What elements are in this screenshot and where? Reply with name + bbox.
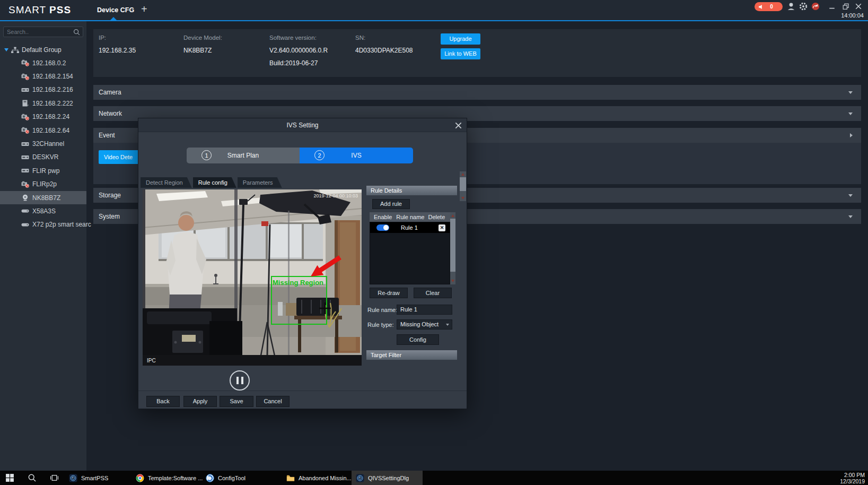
- device-tree-item[interactable]: 192.168.0.2: [0, 56, 86, 70]
- taskbar-item-configtool[interactable]: ConfigTool: [201, 471, 250, 485]
- taskbar-item-label: QIVSSettingDlg: [368, 475, 409, 481]
- add-tab-button[interactable]: +: [141, 3, 147, 15]
- search-box[interactable]: [3, 27, 83, 37]
- dialog-scrollbar[interactable]: [460, 171, 466, 201]
- clock-date: 12/3/2019: [840, 478, 865, 484]
- pause-bar: [236, 377, 239, 384]
- camera-offline-icon: [21, 127, 29, 134]
- logo-pss: PSS: [49, 4, 71, 15]
- save-button[interactable]: Save: [220, 396, 253, 407]
- upgrade-button[interactable]: Upgrade: [441, 33, 480, 45]
- dialog-title: IVS Setting: [138, 118, 467, 132]
- device-tree-item[interactable]: 32CHannel: [0, 137, 86, 150]
- device-tree-item[interactable]: 192.168.2.154: [0, 70, 86, 83]
- step-ivs[interactable]: 2 IVS: [300, 148, 413, 163]
- storage-device-icon: [21, 207, 29, 214]
- taskbar-item-label: Abandoned Missin...: [299, 475, 352, 481]
- rule-type-value: Missing Object: [400, 321, 439, 327]
- column-rule-name: Rule name: [392, 212, 424, 222]
- ip-label: IP:: [99, 34, 136, 41]
- search-icon[interactable]: [73, 29, 80, 36]
- device-label: 192.168.2.64: [32, 127, 69, 134]
- clear-button[interactable]: Clear: [414, 288, 452, 298]
- camera-offline-icon: [21, 59, 29, 66]
- settings-gear-icon[interactable]: [799, 2, 808, 11]
- restore-window-icon[interactable]: [843, 2, 849, 11]
- section-camera[interactable]: Camera: [93, 85, 861, 100]
- expand-arrow-icon[interactable]: [4, 48, 8, 51]
- build-value: Build:2019-06-27: [269, 59, 328, 67]
- add-rule-button[interactable]: Add rule: [372, 199, 410, 209]
- taskbar-search-icon[interactable]: [28, 473, 37, 482]
- rule-list-scrollbar[interactable]: [450, 212, 455, 284]
- device-tree-item[interactable]: FLIR pwp: [0, 164, 86, 177]
- minimize-icon[interactable]: [829, 2, 835, 11]
- titlebar: SMART PSS Device CFG + 0: [0, 0, 868, 21]
- taskbar-item-folder[interactable]: Abandoned Missin...: [282, 471, 356, 485]
- delete-rule-icon[interactable]: ✕: [439, 224, 445, 231]
- rule-type-label: Rule type:: [367, 320, 394, 330]
- pause-button[interactable]: [230, 370, 250, 391]
- back-button[interactable]: Back: [146, 396, 180, 407]
- search-input[interactable]: [4, 29, 73, 35]
- device-tree-item[interactable]: X72 p2p smart searc: [0, 218, 86, 231]
- dialog-close-icon[interactable]: [455, 122, 462, 129]
- tab-parameters[interactable]: Parameters: [238, 177, 282, 188]
- device-tree-item[interactable]: 192.168.2.64: [0, 124, 86, 137]
- device-tree-item[interactable]: X58A3S: [0, 204, 86, 218]
- folder-icon: [286, 474, 295, 482]
- device-tree-item[interactable]: 192.168.2.216: [0, 83, 86, 97]
- device-tree-item[interactable]: 192.168.2.222: [0, 97, 86, 110]
- column-enable: Enable: [370, 212, 392, 222]
- rule-enable-toggle[interactable]: [376, 224, 389, 231]
- performance-gauge-icon[interactable]: [811, 2, 820, 11]
- device-label: DESKVR: [32, 153, 58, 161]
- column-delete: Delete: [424, 212, 445, 222]
- section-label: Network: [99, 110, 122, 117]
- device-tree-item-selected[interactable]: NK8BB7Z: [0, 191, 86, 204]
- app-window: SMART PSS Device CFG + 0: [0, 0, 868, 485]
- sidebar: Default Group 192.168.0.2 192.168.2.154 …: [0, 21, 86, 471]
- taskbar-item-qivssettingdlg[interactable]: QIVSSettingDlg: [352, 471, 423, 485]
- device-label: 32CHannel: [32, 140, 64, 148]
- redraw-button[interactable]: Re-draw: [370, 288, 408, 298]
- device-tree-item[interactable]: FLIRp2p: [0, 178, 86, 191]
- group-label: Default Group: [22, 46, 62, 54]
- taskbar-item-label: Template:Software ...: [148, 475, 203, 481]
- close-window-icon[interactable]: [855, 2, 862, 11]
- section-label: System: [99, 213, 120, 220]
- config-button[interactable]: Config: [397, 334, 439, 345]
- taskbar-clock[interactable]: 2:00 PM 12/3/2019: [840, 472, 865, 484]
- alarm-count-pill[interactable]: 0: [755, 2, 783, 11]
- tab-detect-region[interactable]: Detect Region: [141, 177, 192, 188]
- device-label: 192.168.2.154: [32, 73, 73, 80]
- nvr-icon: [21, 154, 29, 161]
- step-number: 1: [201, 150, 212, 160]
- rule-row[interactable]: Rule 1 ✕: [370, 222, 450, 233]
- nvr-icon: [21, 86, 29, 93]
- link-to-web-button[interactable]: Link to WEB: [441, 48, 480, 59]
- taskbar-item-smartpss[interactable]: SmartPSS: [65, 471, 112, 485]
- taskbar: SmartPSS Template:Software ... ConfigToo…: [0, 471, 868, 485]
- sn-label: SN:: [355, 34, 413, 41]
- user-icon[interactable]: [787, 2, 795, 11]
- ipc-dome-icon: [21, 194, 29, 201]
- device-tree-item[interactable]: DESKVR: [0, 151, 86, 164]
- tab-rule-config[interactable]: Rule config: [193, 177, 236, 188]
- start-button-icon[interactable]: [5, 473, 14, 482]
- model-value: NK8BB7Z: [183, 47, 222, 54]
- cancel-button[interactable]: Cancel: [256, 396, 290, 407]
- step-smart-plan[interactable]: 1 Smart Plan: [187, 148, 300, 163]
- target-filter-header[interactable]: Target Filter: [366, 350, 457, 360]
- device-tree-item[interactable]: 192.168.2.24: [0, 110, 86, 124]
- rule-list: Rule 1 ✕: [370, 222, 450, 284]
- smartpss-icon: [356, 474, 364, 482]
- video-preview[interactable]: Missing Region 2019-12-04 00:10:03 IPC: [143, 189, 362, 366]
- sidebar-item-default-group[interactable]: Default Group: [0, 44, 86, 56]
- rule-type-dropdown[interactable]: Missing Object: [397, 319, 452, 330]
- taskbar-item-chrome[interactable]: Template:Software ...: [131, 471, 207, 485]
- task-view-icon[interactable]: [50, 473, 59, 482]
- app-logo: SMART PSS: [8, 4, 71, 16]
- apply-button[interactable]: Apply: [183, 396, 217, 407]
- rule-name-input[interactable]: Rule 1: [397, 305, 452, 315]
